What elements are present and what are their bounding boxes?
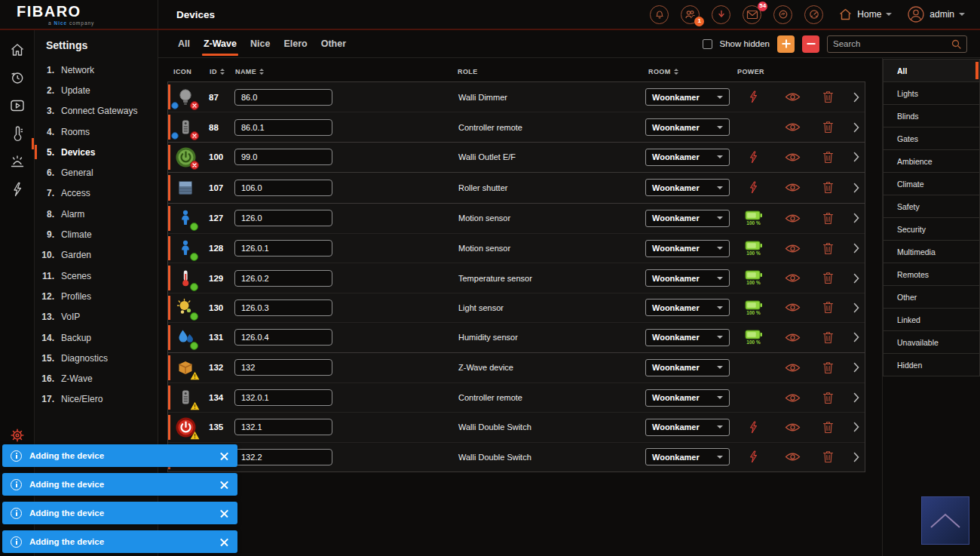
device-name-input[interactable] bbox=[234, 240, 332, 256]
eye-icon[interactable] bbox=[785, 333, 801, 343]
search-input[interactable] bbox=[833, 39, 947, 48]
chevron-right-icon[interactable] bbox=[853, 332, 859, 343]
show-hidden-checkbox[interactable] bbox=[703, 39, 712, 49]
chevron-right-icon[interactable] bbox=[853, 243, 859, 253]
category-item[interactable]: Multimedia bbox=[883, 240, 980, 263]
room-select[interactable]: Woonkamer bbox=[645, 210, 730, 227]
home-nav[interactable]: Home bbox=[838, 8, 892, 21]
chevron-right-icon[interactable] bbox=[853, 122, 859, 133]
device-name-input[interactable] bbox=[234, 329, 332, 346]
settings-menu-item[interactable]: 11. Scenes bbox=[35, 266, 158, 286]
trash-icon[interactable] bbox=[822, 450, 834, 463]
device-name-input[interactable] bbox=[234, 449, 332, 465]
eye-icon[interactable] bbox=[785, 422, 801, 432]
trash-icon[interactable] bbox=[822, 242, 834, 255]
column-header[interactable]: NAME bbox=[234, 68, 453, 75]
eye-icon[interactable] bbox=[785, 303, 801, 312]
device-name-input[interactable] bbox=[234, 180, 332, 196]
settings-menu-item[interactable]: 16. Z-Wave bbox=[35, 368, 158, 389]
device-row[interactable]: 87 Walli Dimmer Woonkamer bbox=[168, 82, 865, 112]
device-row[interactable]: 135 Walli Double Switch Woonkamer bbox=[168, 412, 865, 441]
room-select[interactable]: Woonkamer bbox=[645, 88, 730, 106]
sort-icon[interactable] bbox=[220, 69, 225, 75]
column-header[interactable]: ICON bbox=[167, 68, 208, 75]
trash-icon[interactable] bbox=[822, 272, 834, 284]
category-item[interactable]: Ambience bbox=[883, 149, 980, 173]
eye-icon[interactable] bbox=[785, 393, 801, 403]
close-icon[interactable] bbox=[219, 538, 229, 546]
users-icon[interactable]: 1 bbox=[681, 5, 700, 24]
eye-icon[interactable] bbox=[785, 183, 801, 192]
column-header[interactable]: ID bbox=[208, 68, 234, 75]
settings-menu-item[interactable]: 1. Network bbox=[35, 60, 158, 80]
device-name-input[interactable] bbox=[234, 210, 332, 226]
trash-icon[interactable] bbox=[822, 91, 834, 103]
device-row[interactable]: 129 Temperature sensor Woonkamer bbox=[168, 263, 865, 292]
trash-icon[interactable] bbox=[822, 212, 834, 225]
trash-icon[interactable] bbox=[822, 361, 834, 374]
device-name-input[interactable] bbox=[234, 89, 332, 106]
category-item[interactable]: Climate bbox=[883, 172, 980, 195]
eye-icon[interactable] bbox=[785, 152, 801, 162]
device-row[interactable]: 130 Light sensor Woonkamer bbox=[168, 293, 865, 322]
meter-icon[interactable] bbox=[804, 5, 823, 24]
trash-icon[interactable] bbox=[822, 121, 834, 134]
scroll-to-top-button[interactable] bbox=[921, 496, 969, 545]
settings-menu-item[interactable]: 14. Backup bbox=[35, 327, 158, 348]
trash-icon[interactable] bbox=[822, 181, 834, 194]
device-row[interactable]: 127 Motion sensor Woonkamer bbox=[168, 204, 865, 233]
room-select[interactable]: Woonkamer bbox=[645, 179, 730, 196]
room-select[interactable]: Woonkamer bbox=[645, 329, 730, 346]
room-select[interactable]: Woonkamer bbox=[645, 419, 730, 436]
history-icon[interactable] bbox=[8, 69, 26, 87]
user-menu[interactable]: admin bbox=[907, 5, 965, 23]
messages-icon[interactable]: 54 bbox=[743, 5, 761, 24]
settings-menu-item[interactable]: 10. Garden bbox=[35, 245, 158, 266]
category-item[interactable]: Security bbox=[883, 217, 980, 241]
category-item[interactable]: Hidden bbox=[883, 353, 980, 376]
remove-device-button[interactable] bbox=[802, 35, 819, 53]
trash-icon[interactable] bbox=[822, 421, 834, 434]
room-select[interactable]: Woonkamer bbox=[645, 149, 730, 166]
settings-menu-item[interactable]: 15. Diagnostics bbox=[35, 348, 158, 368]
chevron-right-icon[interactable] bbox=[853, 362, 859, 373]
settings-menu-item[interactable]: 8. Alarm bbox=[35, 204, 158, 224]
category-item[interactable]: Unavailable bbox=[883, 330, 980, 354]
category-item[interactable]: Linked bbox=[883, 308, 980, 331]
climate-icon[interactable] bbox=[8, 124, 26, 143]
room-select[interactable]: Woonkamer bbox=[645, 448, 730, 465]
gear-icon[interactable] bbox=[8, 426, 26, 444]
device-row[interactable]: 134 Controller remote Woonkamer bbox=[168, 382, 865, 412]
close-icon[interactable] bbox=[219, 509, 229, 518]
trash-icon[interactable] bbox=[822, 331, 834, 344]
category-item[interactable]: Blinds bbox=[883, 104, 980, 127]
device-filter-tab[interactable]: All bbox=[176, 30, 191, 57]
device-row[interactable]: Walli Double Switch Woonkamer bbox=[168, 442, 865, 472]
column-header[interactable]: POWER bbox=[731, 68, 774, 75]
sort-icon[interactable] bbox=[259, 69, 264, 75]
sort-icon[interactable] bbox=[674, 69, 678, 75]
category-item[interactable]: Gates bbox=[883, 127, 980, 150]
settings-menu-item[interactable]: 6. General bbox=[35, 162, 158, 183]
category-item[interactable]: Other bbox=[883, 285, 980, 309]
chevron-right-icon[interactable] bbox=[853, 422, 859, 432]
room-select[interactable]: Woonkamer bbox=[645, 389, 730, 407]
room-select[interactable]: Woonkamer bbox=[645, 359, 730, 376]
device-filter-tab[interactable]: Nice bbox=[249, 30, 271, 57]
settings-menu-item[interactable]: 13. VoIP bbox=[35, 307, 158, 327]
settings-menu-item[interactable]: 12. Profiles bbox=[35, 286, 158, 306]
device-row[interactable]: 88 Controller remote Woonkamer bbox=[168, 112, 865, 141]
device-row[interactable]: 131 Humidity sensor Woonkamer bbox=[168, 322, 865, 352]
device-name-input[interactable] bbox=[234, 419, 332, 435]
garden-icon[interactable] bbox=[8, 152, 26, 170]
chevron-right-icon[interactable] bbox=[853, 213, 859, 223]
trash-icon[interactable] bbox=[822, 301, 834, 314]
media-icon[interactable] bbox=[8, 97, 26, 115]
search-icon[interactable] bbox=[951, 39, 961, 49]
device-row[interactable]: 100 Walli Outlet E/F Woonkamer bbox=[168, 143, 865, 172]
category-item[interactable]: Safety bbox=[883, 195, 980, 218]
eye-icon[interactable] bbox=[785, 213, 801, 223]
device-name-input[interactable] bbox=[234, 119, 332, 136]
device-name-input[interactable] bbox=[234, 270, 332, 287]
device-name-input[interactable] bbox=[234, 149, 332, 165]
